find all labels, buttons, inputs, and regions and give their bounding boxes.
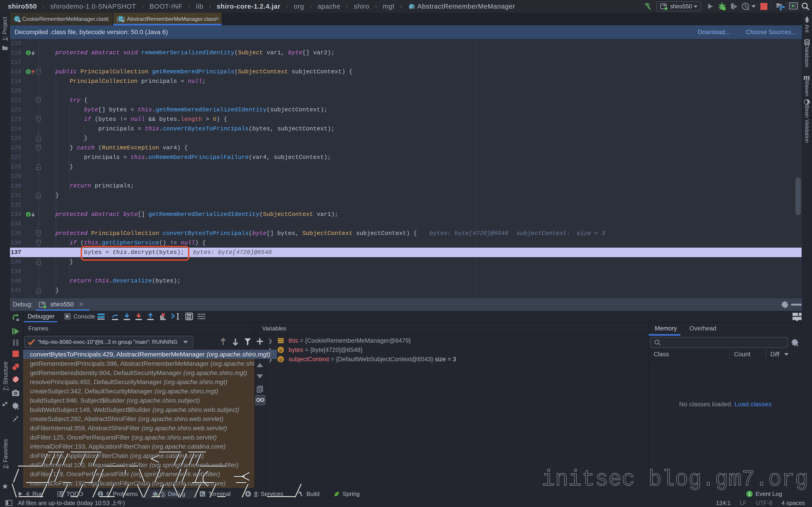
- svg-text:I: I: [28, 70, 29, 74]
- svg-text:1: 1: [748, 491, 751, 497]
- svg-text:p: p: [280, 356, 282, 362]
- svg-text:I: I: [28, 213, 29, 217]
- svg-text:): ): [413, 4, 415, 9]
- svg-text:(: (: [116, 16, 118, 22]
- svg-text:C: C: [410, 4, 413, 9]
- svg-text:I: I: [28, 51, 29, 55]
- svg-text:p: p: [280, 347, 282, 353]
